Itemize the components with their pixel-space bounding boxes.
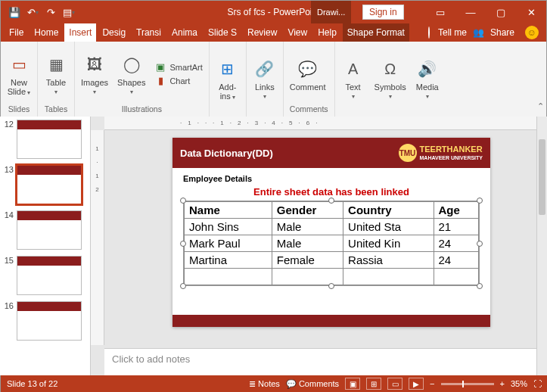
collapse-ribbon-icon[interactable]: ⌃ bbox=[537, 101, 544, 111]
ribbon-options-icon[interactable]: ▭ bbox=[425, 1, 455, 23]
slide-counter[interactable]: Slide 13 of 22 bbox=[7, 379, 57, 388]
slide-sorter-icon[interactable]: ⊞ bbox=[366, 378, 381, 390]
maximize-icon[interactable]: ▢ bbox=[486, 1, 516, 23]
slide-thumbnail-13[interactable] bbox=[17, 165, 82, 204]
resize-handle[interactable] bbox=[180, 241, 186, 247]
tab-design[interactable]: Desig bbox=[98, 23, 130, 42]
tmu-badge-icon: TMU bbox=[399, 144, 417, 162]
quick-access-toolbar: 💾 ↶▾ ↷ ▤▾ bbox=[1, 6, 75, 18]
text-icon: A bbox=[341, 57, 365, 81]
resize-handle[interactable] bbox=[328, 198, 334, 204]
zoom-out-icon[interactable]: − bbox=[430, 379, 434, 388]
save-icon[interactable]: 💾 bbox=[8, 6, 20, 18]
title-bar: 💾 ↶▾ ↷ ▤▾ Srs of fcs - PowerPoint Drawi.… bbox=[1, 1, 546, 23]
smartart-button[interactable]: ▣SmartArt bbox=[154, 61, 202, 73]
group-slides: ▭ NewSlide ▾ Slides bbox=[1, 42, 38, 117]
undo-icon[interactable]: ↶▾ bbox=[26, 6, 39, 18]
group-text-symbols-media: A Text▾ Ω Symbols▾ 🔊 Media▾ bbox=[335, 42, 446, 117]
window-controls: ▭ — ▢ ✕ bbox=[425, 1, 546, 23]
resize-handle[interactable] bbox=[180, 198, 186, 204]
images-button[interactable]: 🖼 Images▾ bbox=[81, 52, 108, 95]
vertical-scrollbar[interactable] bbox=[536, 117, 547, 375]
slide-thumbnails-panel[interactable]: 12 13 14 15 16 bbox=[0, 117, 91, 375]
redo-icon[interactable]: ↷ bbox=[45, 6, 57, 18]
slide-thumbnail-16[interactable] bbox=[17, 301, 82, 341]
resize-handle[interactable] bbox=[477, 283, 483, 289]
tab-help[interactable]: Help bbox=[313, 23, 341, 42]
group-label-tables: Tables bbox=[44, 103, 68, 114]
share-button[interactable]: Share bbox=[490, 27, 514, 38]
notes-toggle[interactable]: ≣ Notes bbox=[249, 379, 280, 389]
new-slide-button[interactable]: ▭ NewSlide ▾ bbox=[7, 52, 31, 96]
resize-handle[interactable] bbox=[477, 198, 483, 204]
table-row: John SinsMaleUnited Sta21 bbox=[185, 219, 479, 235]
addins-button[interactable]: ⊞ Add-ins ▾ bbox=[216, 57, 240, 101]
drawing-tools-tab[interactable]: Drawi... bbox=[311, 1, 351, 23]
status-bar: Slide 13 of 22 ≣ Notes 💬 Comments ▣ ⊞ ▭ … bbox=[1, 375, 547, 392]
group-links: 🔗 Links▾ bbox=[247, 42, 284, 117]
tab-insert[interactable]: Insert bbox=[64, 23, 96, 42]
horizontal-ruler[interactable]: ·1···1·2·3·4·5·6· bbox=[104, 117, 547, 130]
minimize-icon[interactable]: — bbox=[455, 1, 486, 23]
slideshow-view-icon[interactable]: ▶ bbox=[409, 378, 424, 390]
group-label-slides: Slides bbox=[7, 103, 31, 114]
comments-toggle[interactable]: 💬 Comments bbox=[286, 379, 339, 389]
notes-pane[interactable]: Click to add notes bbox=[104, 348, 547, 375]
tab-animations[interactable]: Anima bbox=[167, 23, 202, 42]
table-button[interactable]: ▦ Table▾ bbox=[44, 52, 68, 95]
tab-view[interactable]: View bbox=[283, 23, 312, 42]
start-from-beginning-icon[interactable]: ▤▾ bbox=[63, 6, 75, 18]
normal-view-icon[interactable]: ▣ bbox=[345, 378, 360, 390]
slide-thumbnail-15[interactable] bbox=[17, 256, 82, 295]
shapes-button[interactable]: ◯ Shapes▾ bbox=[117, 52, 145, 95]
zoom-slider[interactable] bbox=[441, 383, 494, 385]
thumb-number: 14 bbox=[3, 210, 14, 219]
linked-data-message: Entire sheet data has been linked bbox=[183, 186, 480, 198]
tab-file[interactable]: File bbox=[5, 23, 28, 42]
links-icon: 🔗 bbox=[253, 57, 277, 81]
col-country: Country bbox=[343, 202, 434, 219]
vertical-ruler[interactable]: 1·12 bbox=[91, 130, 104, 345]
group-label-links bbox=[253, 112, 277, 114]
feedback-smiley-icon[interactable]: ☺ bbox=[525, 26, 539, 39]
slide-canvas[interactable]: Data Dictionary(DD) TMU TEERTHANKERMAHAV… bbox=[104, 130, 547, 348]
slide-thumbnail-14[interactable] bbox=[17, 210, 82, 250]
tab-shape-format[interactable]: Shape Format bbox=[343, 23, 409, 42]
share-icon[interactable]: 👥 bbox=[473, 27, 484, 38]
group-tables: ▦ Table▾ Tables bbox=[38, 42, 75, 117]
thumb-number: 13 bbox=[3, 165, 14, 174]
group-addins: ⊞ Add-ins ▾ bbox=[210, 42, 247, 117]
close-icon[interactable]: ✕ bbox=[516, 1, 546, 23]
links-button[interactable]: 🔗 Links▾ bbox=[253, 57, 277, 100]
tab-home[interactable]: Home bbox=[30, 23, 63, 42]
symbols-button[interactable]: Ω Symbols▾ bbox=[375, 57, 406, 100]
fit-to-window-icon[interactable]: ⛶ bbox=[533, 379, 542, 388]
comment-button[interactable]: 💬 Comment bbox=[290, 57, 326, 92]
tab-slide-show[interactable]: Slide S bbox=[204, 23, 241, 42]
zoom-in-icon[interactable]: + bbox=[500, 379, 505, 388]
scrollbar-thumb[interactable] bbox=[539, 139, 545, 215]
tab-transitions[interactable]: Transi bbox=[132, 23, 166, 42]
zoom-level[interactable]: 35% bbox=[511, 379, 527, 388]
media-button[interactable]: 🔊 Media▾ bbox=[415, 57, 440, 100]
resize-handle[interactable] bbox=[477, 241, 483, 247]
current-slide[interactable]: Data Dictionary(DD) TMU TEERTHANKERMAHAV… bbox=[172, 138, 490, 327]
text-button[interactable]: A Text▾ bbox=[341, 57, 365, 100]
table-icon: ▦ bbox=[44, 52, 68, 76]
brand-line2: MAHAVEER UNIVERSITY bbox=[420, 155, 483, 160]
slide-thumbnail-12[interactable] bbox=[17, 120, 82, 159]
linked-table-object[interactable]: Name Gender Country Age John SinsMaleUni… bbox=[183, 201, 480, 286]
table-row: MartinaFemaleRassia24 bbox=[185, 252, 479, 269]
resize-handle[interactable] bbox=[328, 283, 334, 289]
tab-review[interactable]: Review bbox=[243, 23, 281, 42]
sign-in-button[interactable]: Sign in bbox=[362, 5, 404, 20]
tell-me-search[interactable]: Tell me bbox=[438, 27, 467, 38]
chart-button[interactable]: ▮Chart bbox=[154, 75, 202, 87]
lightbulb-icon[interactable] bbox=[428, 27, 432, 38]
images-icon: 🖼 bbox=[82, 52, 107, 76]
slide-subtitle: Employee Details bbox=[183, 174, 480, 183]
resize-handle[interactable] bbox=[180, 283, 186, 289]
smartart-icon: ▣ bbox=[154, 61, 166, 73]
symbols-icon: Ω bbox=[378, 57, 402, 81]
reading-view-icon[interactable]: ▭ bbox=[387, 378, 402, 390]
